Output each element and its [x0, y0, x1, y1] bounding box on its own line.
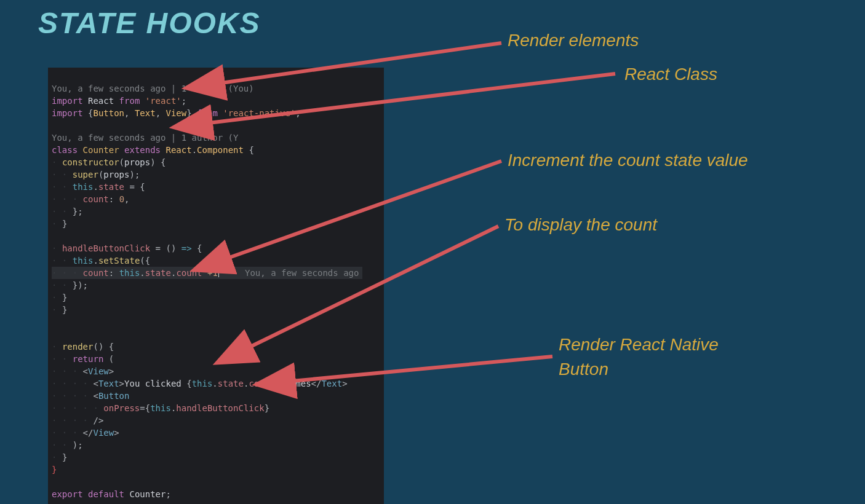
fn-constructor: constructor [62, 157, 119, 167]
slide-title: STATE HOOKS [38, 6, 261, 40]
str-react: 'react' [145, 96, 181, 106]
num-plus-one: +1 [207, 268, 218, 278]
fn-setstate: setState [98, 256, 140, 266]
tag-text: Text [321, 379, 342, 388]
prop-count: count [83, 194, 109, 204]
kw-this: this [73, 256, 94, 266]
text-cursor [218, 268, 219, 277]
prop-state: state [145, 268, 171, 278]
prop-count: count [83, 268, 109, 278]
prop-state: state [218, 379, 244, 388]
fn-render: render [62, 342, 94, 352]
kw-import: import [52, 96, 83, 106]
id-react: React [166, 145, 192, 155]
id-text: Text [135, 108, 156, 118]
kw-from: from [119, 96, 140, 106]
annotation-line: You, a few seconds ago | 1 author (Y [52, 133, 238, 143]
tag-button: Button [98, 391, 130, 401]
attr-onpress: onPress [103, 403, 140, 413]
prop-count: count [249, 379, 274, 388]
kw-import: import [52, 108, 83, 118]
kw-class: class [52, 145, 78, 155]
label-increment: Increment the count state value [508, 151, 748, 170]
kw-this: this [150, 403, 171, 413]
id-view: View [166, 108, 187, 118]
label-render-elements: Render elements [508, 31, 639, 50]
fn-super: super [73, 170, 98, 179]
kw-from: from [197, 108, 218, 118]
kw-this: this [119, 268, 140, 278]
class-name: Counter [83, 145, 119, 155]
text-times: times [280, 379, 311, 388]
kw-return: return [73, 354, 104, 364]
code-editor: You, a few seconds ago | 1 author (You) … [48, 68, 384, 504]
self-close: /> [93, 415, 103, 425]
tag-view: View [88, 366, 109, 376]
label-react-class: React Class [624, 65, 717, 84]
kw-default: default [88, 489, 124, 499]
param-props: props [103, 170, 129, 179]
text-you-clicked: You clicked [124, 379, 186, 388]
label-rn-button-l1: Render React Native [559, 335, 719, 355]
prop-handle-click: handleButtonClick [176, 403, 264, 413]
tag-view: View [93, 428, 114, 438]
tag-text: Text [98, 379, 119, 388]
id-button: Button [93, 108, 124, 118]
str-react-native: 'react-native' [223, 108, 295, 118]
prop-count: count [176, 268, 202, 278]
kw-extends: extends [124, 145, 161, 155]
label-rn-button-l2: Button [559, 360, 608, 379]
fn-handle-click: handleButtonClick [62, 243, 150, 253]
prop-state: state [98, 182, 124, 192]
annotation-inline: You, a few seconds ago [245, 268, 359, 278]
id-react: React [88, 96, 114, 106]
id-counter: Counter [129, 489, 165, 499]
annotation-line: You, a few seconds ago | 1 author (You) [52, 84, 254, 93]
kw-this: this [73, 182, 94, 192]
kw-export: export [52, 489, 83, 499]
kw-this: this [192, 379, 213, 388]
param-props: props [124, 157, 150, 167]
label-display-count: To display the count [504, 215, 657, 235]
num-zero: 0 [119, 194, 124, 204]
id-component: Component [197, 145, 244, 155]
